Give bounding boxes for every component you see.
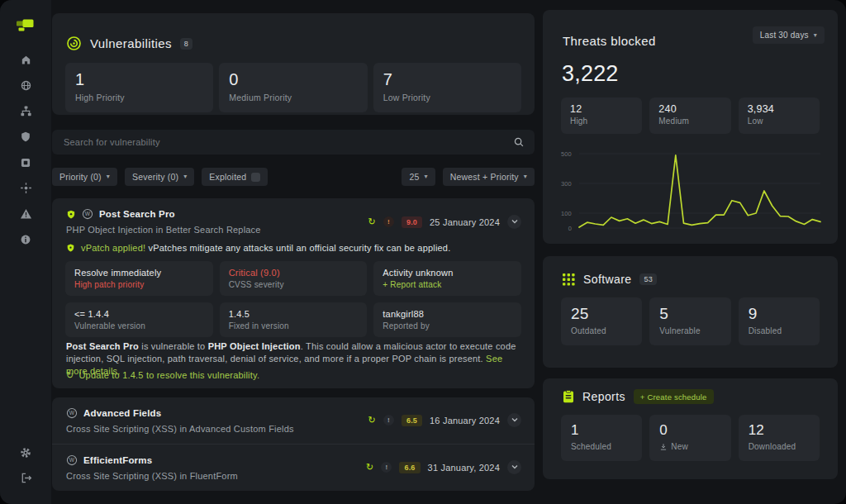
wordpress-icon: W bbox=[66, 407, 78, 419]
chevron-down-icon: ▾ bbox=[425, 174, 428, 180]
sidebar-item-vulnerabilities[interactable] bbox=[0, 124, 51, 150]
vulnerability-row[interactable]: W Advanced Fields Cross Site Scripting (… bbox=[52, 397, 535, 444]
sidebar-item-plugins[interactable] bbox=[0, 150, 51, 175]
reports-clipboard-icon bbox=[563, 390, 574, 403]
vulnerability-date: 31 January, 2024 bbox=[428, 463, 500, 473]
report-attack-link[interactable]: + Report attack bbox=[383, 280, 512, 289]
vulnerability-row[interactable]: W EfficientForms Cross Site Scripting (X… bbox=[52, 445, 535, 491]
sidebar-item-info[interactable] bbox=[0, 226, 51, 252]
search-input[interactable] bbox=[52, 137, 513, 147]
fixed-version-title: 1.4.5 bbox=[229, 309, 359, 319]
stat-card-downloaded: 12 Downloaded bbox=[739, 415, 820, 461]
page-size-value: 25 bbox=[409, 172, 419, 182]
stat-card-high-priority: 1 High Priority bbox=[65, 63, 213, 112]
downloaded-label: Downloaded bbox=[749, 442, 810, 451]
patchstack-logo[interactable] bbox=[16, 18, 36, 36]
threats-blocked-panel: Threats blocked Last 30 days ▾ 3,222 12 … bbox=[543, 10, 838, 244]
date-range-select[interactable]: Last 30 days ▾ bbox=[753, 26, 825, 44]
filter-exploited[interactable]: Exploited bbox=[202, 168, 268, 186]
chevron-down-icon bbox=[511, 417, 519, 423]
vpatch-applied-text: vPatches mitigate any attacks until an o… bbox=[148, 243, 450, 253]
logout-icon bbox=[20, 472, 32, 484]
downloaded-value: 12 bbox=[749, 422, 810, 439]
filter-severity[interactable]: Severity (0) ▾ bbox=[125, 168, 194, 186]
sidebar-item-home[interactable] bbox=[0, 47, 51, 73]
stat-card-medium-priority: 0 Medium Priority bbox=[219, 63, 367, 112]
detail-card-fixed-version: 1.4.5 Fixed in version bbox=[220, 302, 368, 337]
vpatch-available-icon: ↻ bbox=[368, 416, 376, 425]
desc-plugin-name: Post Search Pro bbox=[66, 341, 139, 351]
vulnerable-version-title: <= 1.4.4 bbox=[74, 309, 204, 319]
outdated-label: Outdated bbox=[571, 326, 632, 335]
fixed-version-sub: Fixed in version bbox=[229, 321, 359, 330]
svg-text:0: 0 bbox=[568, 225, 572, 232]
stat-card-threats-high: 12 High bbox=[561, 97, 642, 134]
warning-icon: ! bbox=[383, 415, 394, 426]
sidebar bbox=[0, 0, 51, 504]
vulnerable-version-sub: Vulnerable version bbox=[74, 321, 204, 330]
update-note: Update to 1.4.5 to resolve this vulnerab… bbox=[78, 370, 259, 380]
high-priority-value: 1 bbox=[75, 70, 203, 89]
reported-by-title: tankgirl88 bbox=[383, 309, 512, 319]
expand-row-button[interactable] bbox=[507, 460, 521, 474]
vulnerability-date: 16 January 2024 bbox=[430, 416, 500, 426]
exploited-warning-icon: ! bbox=[383, 216, 394, 227]
vulnerable-value: 5 bbox=[659, 305, 720, 323]
download-icon bbox=[659, 443, 668, 451]
vpatch-applied-label: vPatch applied! bbox=[81, 243, 145, 253]
vulnerable-label: Vulnerable bbox=[659, 326, 720, 335]
expand-row-button[interactable] bbox=[507, 413, 521, 427]
detail-card-patch-priority: Resolve immediately High patch priority bbox=[65, 261, 213, 296]
update-icon: ↻ bbox=[66, 371, 74, 380]
shield-icon bbox=[20, 131, 31, 143]
collapse-row-button[interactable] bbox=[507, 215, 521, 229]
threats-high-label: High bbox=[570, 116, 633, 126]
reports-panel: Reports + Create schedule 1 Scheduled 0 … bbox=[543, 378, 838, 479]
page-size-select[interactable]: 25 ▾ bbox=[402, 168, 435, 186]
threats-low-label: Low bbox=[748, 116, 810, 126]
vulnerabilities-panel: Vulnerabilities 8 1 High Priority 0 Medi… bbox=[52, 13, 535, 115]
cvss-score-badge: 6.6 bbox=[399, 462, 420, 473]
sidebar-item-settings[interactable] bbox=[0, 440, 51, 465]
sort-select[interactable]: Newest + Priority ▾ bbox=[443, 168, 535, 186]
svg-text:W: W bbox=[69, 410, 75, 416]
threats-line-chart: 5003001000 bbox=[554, 144, 827, 241]
threats-low-value: 3,934 bbox=[748, 103, 810, 115]
vulnerability-search bbox=[52, 130, 535, 155]
sidebar-item-logout[interactable] bbox=[0, 465, 51, 491]
medium-priority-label: Medium Priority bbox=[229, 93, 357, 102]
vulnerability-name: Advanced Fields bbox=[83, 408, 161, 418]
filter-priority-label: Priority (0) bbox=[59, 172, 102, 182]
chevron-down-icon bbox=[511, 464, 519, 470]
svg-text:500: 500 bbox=[561, 150, 572, 158]
low-priority-label: Low Priority bbox=[383, 93, 511, 102]
sidebar-item-scanner[interactable] bbox=[0, 175, 51, 201]
activity-title: Activity unknown bbox=[383, 268, 512, 278]
sidebar-item-network[interactable] bbox=[0, 98, 51, 124]
svg-text:W: W bbox=[69, 457, 75, 463]
low-priority-value: 7 bbox=[383, 70, 511, 89]
filter-priority[interactable]: Priority (0) ▾ bbox=[52, 168, 117, 186]
network-icon bbox=[20, 105, 32, 117]
threats-high-value: 12 bbox=[570, 103, 633, 115]
exploited-toggle[interactable] bbox=[251, 173, 260, 182]
cvss-title: Critical (9.0) bbox=[229, 268, 359, 278]
create-schedule-button[interactable]: + Create schedule bbox=[634, 389, 714, 404]
vpatch-available-icon: ↻ bbox=[366, 463, 373, 472]
desc-text-1: is vulnerable to bbox=[139, 341, 208, 351]
threats-medium-label: Medium bbox=[658, 116, 721, 126]
stat-card-scheduled: 1 Scheduled bbox=[561, 415, 642, 461]
stat-card-low-priority: 7 Low Priority bbox=[373, 63, 521, 112]
detail-card-reported-by: tankgirl88 Reported by bbox=[373, 302, 521, 337]
logo-icon bbox=[16, 18, 36, 32]
chevron-down-icon: ▾ bbox=[107, 174, 110, 180]
software-count-badge: 53 bbox=[639, 273, 656, 285]
stat-card-disabled: 9 Disabled bbox=[739, 297, 820, 345]
search-icon[interactable] bbox=[513, 136, 525, 148]
vulnerabilities-count-badge: 8 bbox=[180, 38, 192, 50]
detail-card-activity: Activity unknown + Report attack bbox=[373, 261, 521, 296]
stat-card-vulnerable: 5 Vulnerable bbox=[649, 297, 730, 345]
sidebar-item-alerts[interactable] bbox=[0, 201, 51, 226]
info-icon bbox=[20, 234, 31, 245]
sidebar-item-sites[interactable] bbox=[0, 73, 51, 98]
